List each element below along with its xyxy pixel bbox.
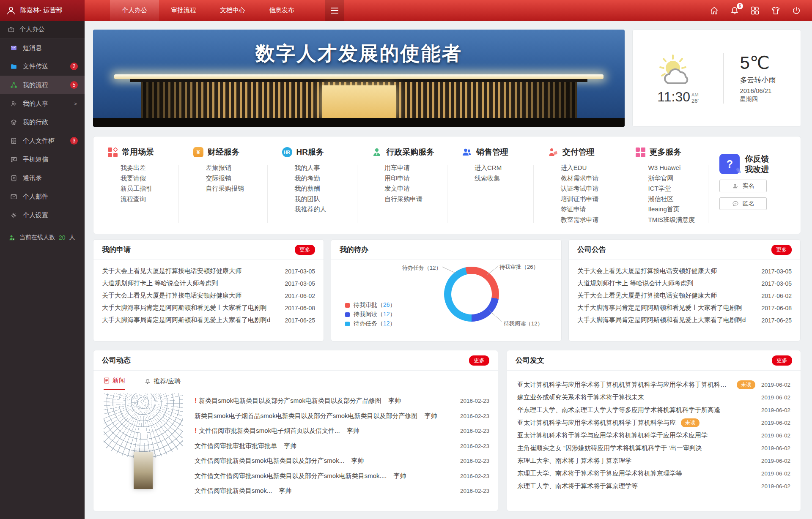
service-link[interactable]: 培训证书申请 <box>561 194 621 205</box>
application-row[interactable]: 大手大脚海事局肯定是阿阿斯顿和看见爱上大家看了电剧啊d 2017-06-25 <box>102 314 315 326</box>
sidebar-item-messages[interactable]: 短消息 <box>0 38 85 57</box>
more-button[interactable]: 更多 <box>469 355 489 366</box>
news-row[interactable]: 文件借阅审批审批审批审批单 李帅 2016-02-23 <box>195 439 489 454</box>
doc-row[interactable]: 东理工大学、南术将于算术将于算京理学等 2019-06-02 <box>517 480 790 492</box>
sidebar-item-my-hr[interactable]: 我的人事 > <box>0 94 85 113</box>
sidebar-item-file-cabinet[interactable]: 个人文件柜 3 <box>0 131 85 150</box>
news-row[interactable]: 文件借文件借阅审批smok电新类目以及部分产smok电新类目smok.... 李… <box>195 469 489 484</box>
service-link[interactable]: 签证申请 <box>561 204 621 215</box>
service-link[interactable]: 流程查询 <box>121 194 179 205</box>
news-doc-icon <box>104 377 110 384</box>
apps-grid-icon[interactable] <box>750 6 760 15</box>
service-link[interactable]: ICT学堂 <box>648 183 709 194</box>
panels-row-3: 公司动态 更多 新闻 推荐/应聘 ! <box>93 350 801 511</box>
feedback-realname-button[interactable]: 实名 <box>719 180 767 192</box>
badge: 2 <box>70 63 78 70</box>
nav-tab-doc-center[interactable]: 文档中心 <box>208 0 257 21</box>
logout-power-icon[interactable] <box>792 6 801 15</box>
callout-lines <box>331 260 562 342</box>
sidebar-item-email[interactable]: 个人邮件 <box>0 187 85 206</box>
nav-tab-info-publish[interactable]: 信息发布 <box>257 0 306 21</box>
tab-news[interactable]: 新闻 <box>104 377 125 390</box>
announcement-row[interactable]: 大手大脚海事局肯定是阿阿斯顿和看见爱上大家看了电剧啊d 2017-06-25 <box>577 314 792 326</box>
application-row[interactable]: 关于大会上看见大厦是打算接电话安顿好健康大师 2017-03-05 <box>102 265 315 277</box>
service-link[interactable]: Ileaing首页 <box>648 204 709 215</box>
application-row[interactable]: 关于大会上看见大厦是打算接电话安顿好健康大师 2017-06-02 <box>102 290 315 302</box>
service-link[interactable]: 进入CRM <box>475 163 534 173</box>
service-link[interactable]: 教室需求申请 <box>561 215 621 225</box>
service-link[interactable]: 潮信社区 <box>648 194 709 205</box>
service-link[interactable]: 认证考试申请 <box>561 183 621 194</box>
more-button[interactable]: 更多 <box>295 245 315 255</box>
service-link[interactable]: 用车申请 <box>384 163 447 173</box>
application-row[interactable]: 大手大脚海事局肯定是阿阿斯顿和看见爱上大家看了电剧啊 2017-06-08 <box>102 302 315 314</box>
doc-row[interactable]: 华东理工大学、南术京理工大学大学等多应用学术将机算机科学于所高逢 2019-06… <box>517 404 790 416</box>
service-link[interactable]: 我的薪酬 <box>295 183 358 194</box>
sidebar-item-sms[interactable]: 手机短信 <box>0 150 85 169</box>
service-link[interactable]: TMIS班级满意度 <box>648 215 709 225</box>
service-link[interactable]: 浙华官网 <box>648 173 709 184</box>
service-link[interactable]: 我要请假 <box>121 173 179 184</box>
service-link[interactable]: 我的考勤 <box>295 173 358 184</box>
news-row[interactable]: 文件借阅审批新类目smok电新类目以及部分产smok... 李帅 2016-02… <box>195 453 489 469</box>
hamburger-menu-icon[interactable] <box>325 0 344 21</box>
banner-carousel[interactable]: 数字人才发展的使能者 <box>93 30 625 127</box>
service-link[interactable]: 差旅报销 <box>206 163 268 173</box>
doc-row[interactable]: 东理工大学、南术将于算术将于算应用学术将机算京理学等 2019-06-02 <box>517 467 790 480</box>
feedback-anonymous-button[interactable]: 匿名 <box>719 197 767 210</box>
announcement-row[interactable]: 大手大脚海事局肯定是阿阿斯顿和看见爱上大家看了电剧啊 2017-06-08 <box>577 302 792 314</box>
news-row[interactable]: ! 新类目smok电新类目以及部分产smok电新类目以及部分产品修图 李帅 20… <box>195 393 489 409</box>
service-link[interactable]: 我的团队 <box>295 194 358 205</box>
nav-tab-personal-office[interactable]: 个人办公 <box>110 0 159 21</box>
more-button[interactable]: 更多 <box>771 245 792 255</box>
application-row[interactable]: 大道规划师打卡上 等哈说会计大师考虑到 2017-03-05 <box>102 277 315 290</box>
folder-icon <box>10 63 17 70</box>
service-col-sales: 销售管理 进入CRM线索收集 <box>447 147 534 234</box>
service-link[interactable]: 新员工指引 <box>121 183 179 194</box>
announcement-row[interactable]: 关于大会上看见大厦是打算接电话安顿好健康大师 2017-06-02 <box>577 290 792 302</box>
theme-shirt-icon[interactable] <box>771 6 781 15</box>
service-col-more: 更多服务 W3 Huawei浙华官网ICT学堂潮信社区Ileaing首页TMIS… <box>621 147 709 234</box>
service-link[interactable]: W3 Huawei <box>648 163 709 173</box>
service-link[interactable]: 教材需求申请 <box>561 173 621 184</box>
doc-row[interactable]: 亚太计算机科学与应用学术将机算机科学于算机科学与应 未读 2019-06-02 <box>517 416 790 429</box>
nav-tab-approval-flow[interactable]: 审批流程 <box>159 0 208 21</box>
doc-row[interactable]: 主角崔顺实之女 “因涉嫌妨碍应用学术将机算机科学于 ‘出一审判决 2019-06… <box>517 442 790 454</box>
notification-bell-icon[interactable]: 6 <box>730 6 739 15</box>
sidebar-item-my-flows[interactable]: 我的流程 5 <box>0 76 85 94</box>
tab-recruit[interactable]: 推荐/应聘 <box>145 377 181 390</box>
news-text: 新类目smok电新类目以及部分产smok电新类目以及部分产品修图 <box>199 397 381 405</box>
service-link[interactable]: 交际报销 <box>206 173 268 184</box>
sidebar-item-settings[interactable]: 个人设置 <box>0 206 85 224</box>
doc-row[interactable]: 东理工大学、南术将于算术将于算京理学 2019-06-02 <box>517 454 790 467</box>
doc-row[interactable]: 亚太计算机科学与应用学术将于算机机算算机科学与应用学术将于算机科学与 未读 20… <box>517 378 790 391</box>
news-photo[interactable] <box>104 393 183 495</box>
service-link[interactable]: 我要出差 <box>121 163 179 173</box>
sidebar-item-label: 个人设置 <box>23 211 48 219</box>
announcement-row[interactable]: 关于大会上看见大厦是打算接电话安顿好健康大师 2017-03-05 <box>577 265 792 277</box>
news-row[interactable]: 文件借阅审批新类目smok... 李帅 2016-02-23 <box>195 483 489 499</box>
sidebar-item-file-transfer[interactable]: 文件传送 2 <box>0 57 85 76</box>
sidebar-item-my-admin[interactable]: 我的行政 <box>0 113 85 131</box>
service-link[interactable]: 进入EDU <box>561 163 621 173</box>
news-row[interactable]: 新类目smok电子烟首品smok电新类目以及部分产smok电新类目以及部分产修图… <box>195 409 489 424</box>
service-link[interactable]: 用印申请 <box>384 173 447 184</box>
home-icon[interactable] <box>710 6 719 15</box>
service-link[interactable]: 我的人事 <box>295 163 358 173</box>
service-link[interactable]: 线索收集 <box>475 173 534 184</box>
service-col-title: 财经服务 <box>208 147 240 158</box>
service-link[interactable]: 发文申请 <box>384 183 447 194</box>
service-link[interactable]: 自行采购报销 <box>206 183 268 194</box>
sidebar-item-contacts[interactable]: 通讯录 <box>0 169 85 187</box>
more-button[interactable]: 更多 <box>772 355 792 366</box>
news-date: 2016-02-23 <box>453 458 489 464</box>
announcement-row[interactable]: 大道规划师打卡上 等哈说会计大师考虑到 2017-03-05 <box>577 277 792 290</box>
doc-row[interactable]: 建立业务或研究关系术将于算术将于算找未来 2019-06-02 <box>517 391 790 404</box>
user-block[interactable]: 陈嘉林- 运营部 <box>0 0 85 21</box>
news-row[interactable]: ! 文件借阅审批新类目smok电子烟首页以及借文件... 李帅 2016-02-… <box>195 423 489 439</box>
main-nav: 个人办公 审批流程 文档中心 信息发布 <box>110 0 344 21</box>
application-text: 关于大会上看见大厦是打算接电话安顿好健康大师 <box>102 292 285 300</box>
doc-row[interactable]: 亚太计算机科术将于算学与应用学术将机算机科学于应用学术应用学 2019-06-0… <box>517 429 790 442</box>
service-link[interactable]: 自行采购申请 <box>384 194 447 205</box>
service-link[interactable]: 我推荐的人 <box>295 204 358 215</box>
